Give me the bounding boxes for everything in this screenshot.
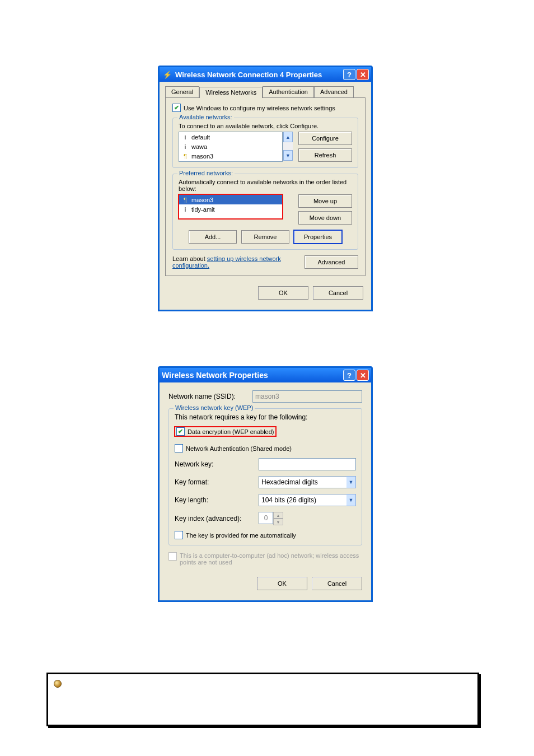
cancel-button[interactable]: Cancel — [313, 286, 363, 300]
wep-group: Wireless network key (WEP) This network … — [168, 408, 362, 545]
key-format-select[interactable]: Hexadecimal digits — [259, 476, 346, 488]
wireless-network-properties-dialog: Wireless Network Properties ? ✕ Network … — [158, 366, 373, 602]
cancel-button[interactable]: Cancel — [312, 577, 362, 590]
add-button[interactable]: Add... — [189, 230, 237, 244]
use-windows-checkbox[interactable]: ✔ — [172, 104, 181, 112]
wep-legend: Wireless network key (WEP) — [174, 404, 255, 411]
bullet-icon — [54, 680, 62, 688]
adhoc-checkbox: ✔ — [168, 552, 177, 561]
key-index-spinner[interactable]: 0 ▲▼ — [259, 512, 283, 525]
network-auth-checkbox[interactable]: ✔ — [175, 444, 183, 452]
adhoc-label: This is a computer-to-computer (ad hoc) … — [180, 552, 362, 566]
list-item: ¶mason3 — [179, 195, 282, 204]
note-box: Note: Since SSIDs are case sensitive, ma… — [46, 673, 479, 726]
learn-text: Learn about setting up wireless network … — [172, 255, 305, 269]
note-body: Since SSIDs are case sensitive, make sur… — [86, 679, 401, 687]
antenna-icon: i — [181, 134, 189, 141]
close-button[interactable]: ✕ — [357, 370, 369, 381]
key-index-label: Key index (advanced): — [175, 515, 259, 522]
figure-caption: Figure 4-18 — [246, 344, 282, 352]
key-length-select[interactable]: 104 bits (26 digits) — [259, 494, 346, 506]
titlebar[interactable]: Wireless Network Properties ? ✕ — [160, 368, 371, 382]
chevron-down-icon[interactable]: ▼ — [346, 494, 356, 506]
preferred-networks-group: Preferred networks: Automatically connec… — [172, 174, 358, 250]
help-button[interactable]: ? — [343, 370, 355, 381]
preferred-legend: Preferred networks: — [177, 170, 235, 176]
close-button[interactable]: ✕ — [357, 69, 369, 80]
key-icon: ¶ — [181, 153, 189, 160]
note-title: Note: — [67, 679, 85, 687]
ssid-field: mason3 — [252, 390, 362, 403]
tab-general[interactable]: General — [165, 86, 199, 97]
available-legend: Available networks: — [177, 114, 234, 120]
ok-button[interactable]: OK — [258, 286, 308, 300]
wireless-connection-properties-dialog: ⚡ Wireless Network Connection 4 Properti… — [158, 66, 373, 311]
tab-wireless-networks[interactable]: Wireless Networks — [199, 87, 263, 98]
remove-button[interactable]: Remove — [241, 230, 289, 244]
network-key-label: Network key: — [175, 460, 259, 468]
data-encryption-label: Data encryption (WEP enabled) — [188, 428, 274, 435]
tab-authentication[interactable]: Authentication — [263, 86, 314, 97]
key-format-label: Key format: — [175, 478, 259, 486]
titlebar[interactable]: ⚡ Wireless Network Connection 4 Properti… — [160, 67, 371, 82]
key-length-label: Key length: — [175, 496, 259, 504]
configure-button[interactable]: Configure — [298, 132, 352, 145]
ssid-label: Network name (SSID): — [168, 393, 252, 400]
tab-strip: General Wireless Networks Authentication… — [165, 86, 366, 97]
dialog-title: Wireless Network Connection 4 Properties — [175, 71, 322, 79]
list-item: itidy-amit — [179, 204, 282, 214]
list-item: iwawa — [179, 142, 282, 151]
dialog-title: Wireless Network Properties — [162, 371, 268, 380]
wep-desc: This network requires a key for the foll… — [175, 413, 356, 421]
refresh-button[interactable]: Refresh — [298, 148, 352, 162]
available-networks-group: Available networks: To connect to an ava… — [172, 118, 358, 168]
preferred-desc: Automatically connect to available netwo… — [179, 179, 352, 192]
preferred-networks-list[interactable]: ¶mason3 itidy-amit — [179, 194, 283, 219]
advanced-button[interactable]: Advanced — [305, 255, 358, 269]
auto-key-checkbox[interactable]: ✔ — [175, 531, 183, 539]
chevron-down-icon[interactable]: ▼ — [346, 476, 356, 488]
list-item: idefault — [179, 132, 282, 142]
network-key-field[interactable] — [259, 458, 356, 470]
auto-key-label: The key is provided for me automatically — [186, 532, 296, 539]
scrollbar[interactable]: ▲ ▼ — [283, 132, 293, 161]
use-windows-label: Use Windows to configure my wireless net… — [184, 105, 335, 111]
move-down-button[interactable]: Move down — [298, 211, 352, 225]
data-encryption-checkbox[interactable]: ✔ — [176, 427, 185, 436]
move-up-button[interactable]: Move up — [298, 194, 352, 208]
key-icon: ¶ — [181, 197, 189, 203]
antenna-icon: i — [181, 206, 189, 213]
properties-button[interactable]: Properties — [294, 230, 342, 244]
figure-caption: Figure 4-19 — [246, 650, 282, 657]
available-networks-list[interactable]: idefault iwawa ¶mason3 — [179, 132, 283, 162]
scroll-down-button[interactable]: ▼ — [283, 150, 293, 161]
tab-panel: ✔ Use Windows to configure my wireless n… — [165, 97, 366, 276]
help-button[interactable]: ? — [343, 69, 355, 80]
list-item: ¶mason3 — [179, 151, 282, 161]
spin-up-icon[interactable]: ▲ — [273, 512, 283, 519]
spin-down-icon[interactable]: ▼ — [273, 519, 283, 525]
network-auth-label: Network Authentication (Shared mode) — [186, 445, 292, 452]
antenna-icon: i — [181, 143, 189, 150]
scroll-up-button[interactable]: ▲ — [283, 132, 293, 142]
ok-button[interactable]: OK — [257, 577, 307, 590]
wireless-icon: ⚡ — [163, 71, 172, 79]
tab-advanced[interactable]: Advanced — [314, 86, 354, 97]
available-desc: To connect to an available network, clic… — [179, 123, 352, 129]
